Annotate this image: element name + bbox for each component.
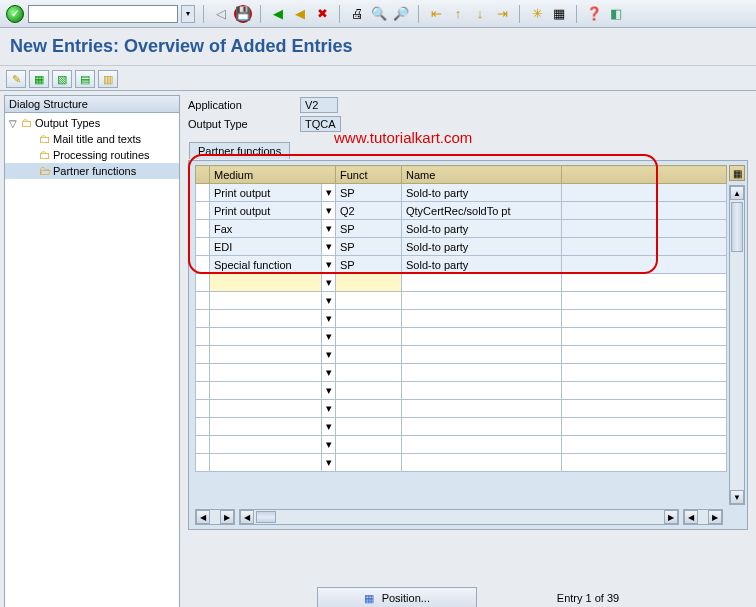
config-icon[interactable]: ▦: [729, 165, 745, 181]
dropdown-icon[interactable]: ▾: [322, 382, 336, 400]
table-row[interactable]: ▾: [196, 346, 727, 364]
cell-medium[interactable]: Fax: [210, 220, 322, 238]
save-icon[interactable]: 💾: [234, 5, 252, 23]
col-rowsel[interactable]: [196, 166, 210, 184]
scroll-left-icon[interactable]: ◀: [240, 510, 254, 524]
help-icon[interactable]: ❓: [585, 5, 603, 23]
table-row[interactable]: Print output ▾ SP Sold-to party: [196, 184, 727, 202]
cell-funct[interactable]: SP: [336, 238, 402, 256]
dropdown-icon[interactable]: ▾: [322, 436, 336, 454]
scroll-left-icon[interactable]: ◀: [196, 510, 210, 524]
tb-btn-5[interactable]: ▥: [98, 70, 118, 88]
command-dropdown-icon[interactable]: ▾: [181, 5, 195, 23]
row-selector[interactable]: [196, 202, 210, 220]
table-row[interactable]: ▾: [196, 310, 727, 328]
select-all-button[interactable]: ▦: [29, 70, 49, 88]
last-page-icon[interactable]: ⇥: [493, 5, 511, 23]
col-funct[interactable]: Funct: [336, 166, 402, 184]
scroll-thumb[interactable]: [256, 511, 276, 523]
collapse-icon[interactable]: ▽: [9, 118, 19, 129]
row-selector[interactable]: [196, 220, 210, 238]
row-selector[interactable]: [196, 184, 210, 202]
dropdown-icon[interactable]: ▾: [322, 256, 336, 274]
find-next-icon[interactable]: 🔎: [392, 5, 410, 23]
print-icon[interactable]: 🖨: [348, 5, 366, 23]
col-name[interactable]: Name: [402, 166, 562, 184]
page-title: New Entries: Overview of Added Entries: [0, 28, 756, 65]
scroll-right-icon[interactable]: ▶: [220, 510, 234, 524]
cell-funct[interactable]: SP: [336, 184, 402, 202]
cell-funct[interactable]: SP: [336, 256, 402, 274]
table-row[interactable]: ▾: [196, 328, 727, 346]
table-row[interactable]: Fax ▾ SP Sold-to party: [196, 220, 727, 238]
dropdown-icon[interactable]: ▾: [322, 346, 336, 364]
row-selector[interactable]: [196, 238, 210, 256]
scroll-up-icon[interactable]: ▲: [730, 186, 744, 200]
first-page-icon[interactable]: ⇤: [427, 5, 445, 23]
table-row[interactable]: ▾: [196, 454, 727, 472]
cell-medium[interactable]: Print output: [210, 184, 322, 202]
next-page-icon[interactable]: ↓: [471, 5, 489, 23]
dropdown-icon[interactable]: ▾: [322, 202, 336, 220]
nav-exit-icon[interactable]: ◀: [291, 5, 309, 23]
prev-page-icon[interactable]: ↑: [449, 5, 467, 23]
cell-funct[interactable]: [336, 274, 402, 292]
scroll-left-icon[interactable]: ◀: [684, 510, 698, 524]
table-row[interactable]: Special function ▾ SP Sold-to party: [196, 256, 727, 274]
cell-medium[interactable]: Print output: [210, 202, 322, 220]
tree-item-processing[interactable]: 🗀 Processing routines: [5, 147, 179, 163]
back-icon[interactable]: ◁: [212, 5, 230, 23]
cell-medium[interactable]: EDI: [210, 238, 322, 256]
col-medium[interactable]: Medium: [210, 166, 336, 184]
table-row[interactable]: ▾: [196, 400, 727, 418]
dropdown-icon[interactable]: ▾: [322, 310, 336, 328]
dropdown-icon[interactable]: ▾: [322, 292, 336, 310]
dropdown-icon[interactable]: ▾: [322, 328, 336, 346]
cell-medium[interactable]: [210, 274, 322, 292]
layout-icon[interactable]: ▦: [550, 5, 568, 23]
expand-tree-button[interactable]: ✎: [6, 70, 26, 88]
dropdown-icon[interactable]: ▾: [322, 454, 336, 472]
tree-root-output-types[interactable]: ▽ 🗀 Output Types: [5, 115, 179, 131]
hscroll-seg[interactable]: ◀ ▶: [239, 509, 679, 525]
table-row[interactable]: ▾: [196, 436, 727, 454]
dropdown-icon[interactable]: ▾: [322, 418, 336, 436]
scroll-down-icon[interactable]: ▼: [730, 490, 744, 504]
table-row[interactable]: Print output ▾ Q2 QtyCertRec/soldTo pt: [196, 202, 727, 220]
table-row[interactable]: ▾: [196, 364, 727, 382]
tb-btn-4[interactable]: ▤: [75, 70, 95, 88]
dropdown-icon[interactable]: ▾: [322, 220, 336, 238]
cell-funct[interactable]: Q2: [336, 202, 402, 220]
tree-item-partner-functions[interactable]: 🗁 Partner functions: [5, 163, 179, 179]
vertical-scrollbar[interactable]: ▲ ▼: [729, 185, 745, 505]
create-session-icon[interactable]: ✳: [528, 5, 546, 23]
hscroll-seg[interactable]: ◀ ▶: [683, 509, 723, 525]
dropdown-icon[interactable]: ▾: [322, 364, 336, 382]
row-selector[interactable]: [196, 274, 210, 292]
table-row[interactable]: ▾: [196, 274, 727, 292]
table-row[interactable]: ▾: [196, 418, 727, 436]
scroll-right-icon[interactable]: ▶: [708, 510, 722, 524]
dropdown-icon[interactable]: ▾: [322, 274, 336, 292]
customize-icon[interactable]: ◧: [607, 5, 625, 23]
enter-icon[interactable]: [6, 5, 24, 23]
cell-medium[interactable]: Special function: [210, 256, 322, 274]
table-row[interactable]: ▾: [196, 382, 727, 400]
find-icon[interactable]: 🔍: [370, 5, 388, 23]
dropdown-icon[interactable]: ▾: [322, 400, 336, 418]
dropdown-icon[interactable]: ▾: [322, 238, 336, 256]
table-row[interactable]: EDI ▾ SP Sold-to party: [196, 238, 727, 256]
deselect-button[interactable]: ▧: [52, 70, 72, 88]
position-button[interactable]: ▦ Position...: [317, 587, 477, 607]
cancel-icon[interactable]: ✖: [313, 5, 331, 23]
row-selector[interactable]: [196, 256, 210, 274]
cell-funct[interactable]: SP: [336, 220, 402, 238]
tree-item-mail-title[interactable]: 🗀 Mail title and texts: [5, 131, 179, 147]
scroll-thumb[interactable]: [731, 202, 743, 252]
command-field[interactable]: [28, 5, 178, 23]
scroll-right-icon[interactable]: ▶: [664, 510, 678, 524]
dropdown-icon[interactable]: ▾: [322, 184, 336, 202]
hscroll-seg[interactable]: ◀ ▶: [195, 509, 235, 525]
table-row[interactable]: ▾: [196, 292, 727, 310]
nav-back-icon[interactable]: ◀: [269, 5, 287, 23]
